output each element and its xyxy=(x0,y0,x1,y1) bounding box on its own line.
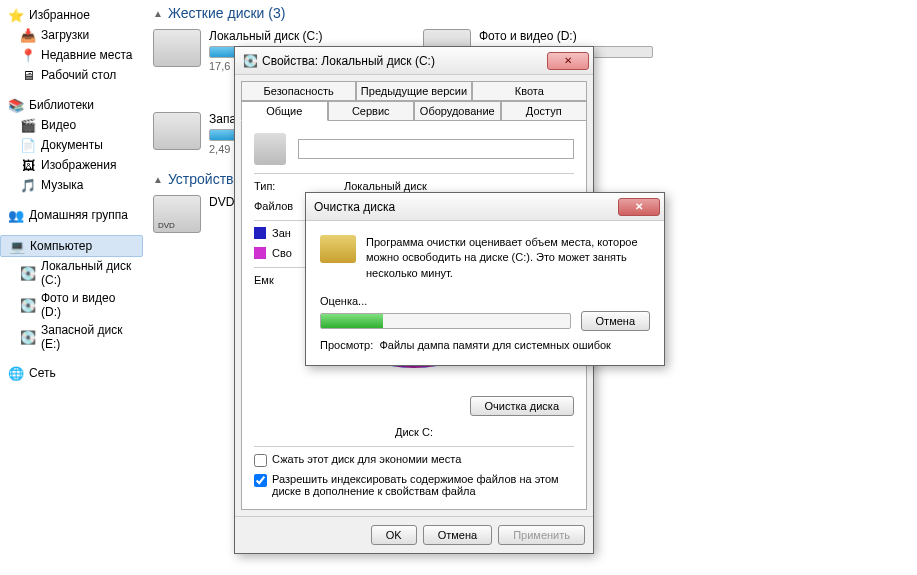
sidebar-item-documents[interactable]: 📄Документы xyxy=(0,135,143,155)
sidebar-label: Библиотеки xyxy=(29,98,94,112)
network-icon: 🌐 xyxy=(8,365,24,381)
index-checkbox[interactable] xyxy=(254,474,267,487)
music-icon: 🎵 xyxy=(20,177,36,193)
apply-button[interactable]: Применить xyxy=(498,525,585,545)
scan-value: Файлы дампа памяти для системных ошибок xyxy=(379,339,611,351)
sidebar-item-drive-c[interactable]: 💽Локальный диск (C:) xyxy=(0,257,143,289)
drive-icon: 💽 xyxy=(20,329,36,345)
progress-label: Оценка... xyxy=(320,295,650,307)
collapse-arrow-icon: ▲ xyxy=(153,174,163,185)
type-value: Локальный диск xyxy=(344,180,427,192)
hdd-icon xyxy=(153,112,201,150)
sidebar-label: Запасной диск (E:) xyxy=(41,323,135,351)
drive-small-icon: 💽 xyxy=(243,54,258,68)
hdd-icon xyxy=(153,29,201,67)
tab-strip: Безопасность Предыдущие версии Квота Общ… xyxy=(235,75,593,121)
compress-checkbox[interactable] xyxy=(254,454,267,467)
volume-label-input[interactable] xyxy=(298,139,574,159)
sidebar-item-music[interactable]: 🎵Музыка xyxy=(0,175,143,195)
close-button[interactable]: ✕ xyxy=(618,198,660,216)
image-icon: 🖼 xyxy=(20,157,36,173)
disk-c-label: Диск C: xyxy=(254,426,574,438)
cleanup-icon xyxy=(320,235,356,263)
index-label: Разрешить индексировать содержимое файло… xyxy=(272,473,574,497)
tab-previous-versions[interactable]: Предыдущие версии xyxy=(356,81,471,101)
sidebar-item-recent[interactable]: 📍Недавние места xyxy=(0,45,143,65)
sidebar-item-computer[interactable]: 💻Компьютер xyxy=(0,235,143,257)
sidebar-item-homegroup[interactable]: 👥Домашняя группа xyxy=(0,205,143,225)
progress-bar xyxy=(320,313,571,329)
scan-label: Просмотр: xyxy=(320,339,373,351)
sidebar-label: Рабочий стол xyxy=(41,68,116,82)
sidebar-label: Фото и видео (D:) xyxy=(41,291,135,319)
dialog-title: Очистка диска xyxy=(310,200,618,214)
sidebar-label: Домашняя группа xyxy=(29,208,128,222)
drive-icon: 💽 xyxy=(20,265,36,281)
navigation-sidebar: ⭐Избранное 📥Загрузки 📍Недавние места 🖥Ра… xyxy=(0,0,143,575)
recent-icon: 📍 xyxy=(20,47,36,63)
ok-button[interactable]: OK xyxy=(371,525,417,545)
close-button[interactable]: ✕ xyxy=(547,52,589,70)
drive-name: Фото и видео (D:) xyxy=(479,29,653,43)
sidebar-label: Избранное xyxy=(29,8,90,22)
sidebar-item-network[interactable]: 🌐Сеть xyxy=(0,363,143,383)
sidebar-label: Недавние места xyxy=(41,48,132,62)
hdd-section-header[interactable]: ▲Жесткие диски (3) xyxy=(153,5,907,21)
sidebar-item-video[interactable]: 🎬Видео xyxy=(0,115,143,135)
collapse-arrow-icon: ▲ xyxy=(153,8,163,19)
drive-name: Локальный диск (C:) xyxy=(209,29,383,43)
free-label: Сво xyxy=(272,247,292,259)
dvd-icon xyxy=(153,195,201,233)
computer-icon: 💻 xyxy=(9,238,25,254)
sidebar-label: Документы xyxy=(41,138,103,152)
used-color-swatch xyxy=(254,227,266,239)
cancel-button[interactable]: Отмена xyxy=(423,525,492,545)
cancel-button[interactable]: Отмена xyxy=(581,311,650,331)
sidebar-item-drive-d[interactable]: 💽Фото и видео (D:) xyxy=(0,289,143,321)
sidebar-item-favorites[interactable]: ⭐Избранное xyxy=(0,5,143,25)
free-color-swatch xyxy=(254,247,266,259)
section-title: Устройства xyxy=(168,171,241,187)
sidebar-item-images[interactable]: 🖼Изображения xyxy=(0,155,143,175)
homegroup-icon: 👥 xyxy=(8,207,24,223)
tab-general[interactable]: Общие xyxy=(241,101,328,121)
drive-icon: 💽 xyxy=(20,297,36,313)
dialog-button-row: OK Отмена Применить xyxy=(235,516,593,553)
drive-large-icon xyxy=(254,133,286,165)
compress-label: Сжать этот диск для экономии места xyxy=(272,453,461,465)
sidebar-label: Локальный диск (C:) xyxy=(41,259,135,287)
sidebar-label: Компьютер xyxy=(30,239,92,253)
cleanup-message: Программа очистки оценивает объем места,… xyxy=(366,235,650,281)
sidebar-item-drive-e[interactable]: 💽Запасной диск (E:) xyxy=(0,321,143,353)
sidebar-label: Музыка xyxy=(41,178,83,192)
disk-cleanup-dialog: Очистка диска ✕ Программа очистки оценив… xyxy=(305,192,665,366)
dialog-titlebar[interactable]: Очистка диска ✕ xyxy=(306,193,664,221)
sidebar-label: Изображения xyxy=(41,158,116,172)
sidebar-item-desktop[interactable]: 🖥Рабочий стол xyxy=(0,65,143,85)
tab-tools[interactable]: Сервис xyxy=(328,101,415,121)
dialog-titlebar[interactable]: 💽Свойства: Локальный диск (C:) ✕ xyxy=(235,47,593,75)
document-icon: 📄 xyxy=(20,137,36,153)
disk-cleanup-button[interactable]: Очистка диска xyxy=(470,396,574,416)
type-label: Тип: xyxy=(254,180,344,192)
download-icon: 📥 xyxy=(20,27,36,43)
tab-hardware[interactable]: Оборудование xyxy=(414,101,501,121)
tab-security[interactable]: Безопасность xyxy=(241,81,356,101)
video-icon: 🎬 xyxy=(20,117,36,133)
sidebar-label: Видео xyxy=(41,118,76,132)
dialog-title: 💽Свойства: Локальный диск (C:) xyxy=(239,54,547,68)
sidebar-item-downloads[interactable]: 📥Загрузки xyxy=(0,25,143,45)
section-title: Жесткие диски (3) xyxy=(168,5,286,21)
libraries-icon: 📚 xyxy=(8,97,24,113)
used-label: Зан xyxy=(272,227,291,239)
desktop-icon: 🖥 xyxy=(20,67,36,83)
tab-sharing[interactable]: Доступ xyxy=(501,101,588,121)
star-icon: ⭐ xyxy=(8,7,24,23)
sidebar-item-libraries[interactable]: 📚Библиотеки xyxy=(0,95,143,115)
sidebar-label: Загрузки xyxy=(41,28,89,42)
sidebar-label: Сеть xyxy=(29,366,56,380)
tab-quota[interactable]: Квота xyxy=(472,81,587,101)
